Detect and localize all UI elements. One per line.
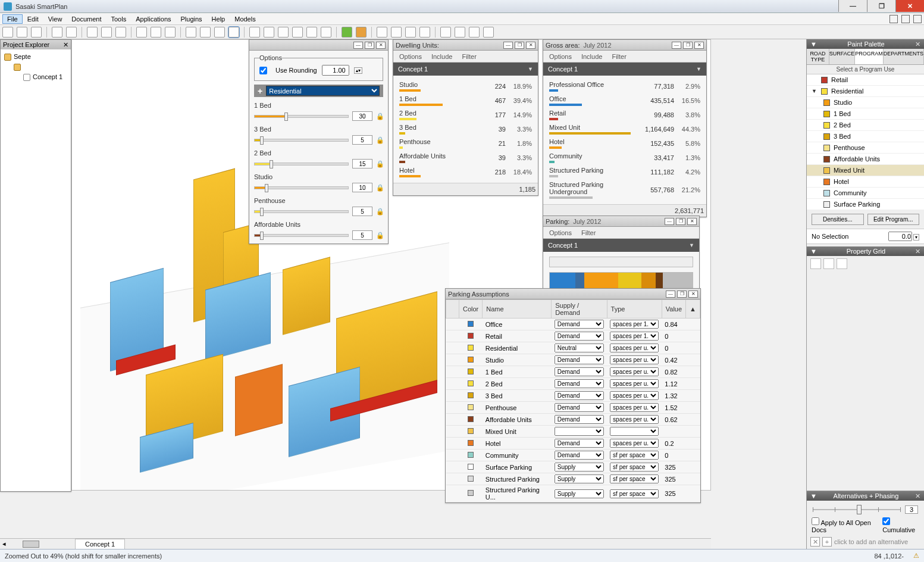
slider-value-input[interactable] — [352, 183, 372, 192]
table-row[interactable]: Surface ParkingSupplysf per space325 — [446, 461, 700, 473]
sd-select[interactable]: Supply — [555, 463, 604, 472]
sd-select[interactable]: Neutral — [555, 344, 604, 352]
panel-close-icon[interactable]: ✕ — [687, 218, 697, 225]
type-select[interactable] — [610, 427, 659, 436]
lock-icon[interactable]: 🔒 — [376, 136, 383, 144]
tool-paste-icon[interactable] — [115, 27, 126, 38]
doc-tab[interactable]: Concept 1 — [75, 539, 125, 549]
tool-rotate-icon[interactable] — [264, 27, 274, 38]
lock-icon[interactable]: 🔒 — [376, 208, 383, 216]
cell-value[interactable]: 0 — [662, 449, 685, 461]
panel-max-icon[interactable]: ❐ — [677, 291, 687, 298]
scroll-left-icon[interactable]: ◂ — [0, 540, 8, 548]
tool-tree-icon[interactable] — [342, 27, 352, 38]
tool-wand-icon[interactable] — [419, 27, 430, 38]
cell-value[interactable]: 0.2 — [662, 438, 685, 449]
slider-track[interactable] — [254, 139, 349, 142]
type-select[interactable]: spaces per u... — [610, 367, 659, 376]
tab-surface[interactable]: SURFACE — [829, 49, 856, 64]
pages-icon[interactable] — [837, 258, 847, 269]
tool-paint-icon[interactable] — [200, 27, 211, 38]
menu-help[interactable]: Help — [207, 14, 230, 24]
type-select[interactable]: spaces per u... — [610, 391, 659, 400]
table-row[interactable]: 1 BedDemandspaces per u...0.82 — [446, 366, 700, 378]
sort-az-icon[interactable] — [823, 258, 834, 269]
collapse-icon[interactable]: ▼ — [528, 66, 533, 72]
panel-max-icon[interactable]: ❐ — [683, 42, 693, 49]
category-select[interactable]: Residential — [266, 86, 380, 96]
palette-item[interactable]: Affordable Units — [807, 154, 924, 165]
tool-zoom-icon[interactable] — [278, 27, 289, 38]
menu-view[interactable]: View — [43, 14, 67, 24]
slider-track[interactable] — [254, 234, 349, 237]
table-row[interactable]: StudioDemandspaces per u...0.42 — [446, 354, 700, 366]
palette-item[interactable]: Community — [807, 188, 924, 199]
sd-select[interactable]: Supply — [555, 489, 604, 498]
tool-select-icon[interactable] — [440, 27, 451, 38]
panel-max-icon[interactable]: ❐ — [515, 42, 524, 49]
panel-min-icon[interactable]: — — [672, 42, 681, 49]
table-row[interactable]: RetailDemandspaces per 1...0 — [446, 330, 700, 342]
tool-layers-icon[interactable] — [136, 27, 147, 38]
collapse-icon[interactable]: ▼ — [696, 66, 701, 72]
type-select[interactable]: sf per space — [610, 474, 659, 483]
sd-select[interactable]: Supply — [555, 474, 604, 483]
slider-track[interactable] — [254, 210, 349, 213]
type-select[interactable]: spaces per u... — [610, 379, 659, 388]
tab-include[interactable]: Include — [581, 53, 602, 60]
table-row[interactable]: Mixed Unit — [446, 426, 700, 438]
palette-item[interactable]: 3 Bed — [807, 131, 924, 142]
tab-departments[interactable]: DEPARTMENTS — [884, 49, 924, 64]
slider-track[interactable] — [254, 163, 349, 166]
slider-track[interactable] — [254, 186, 349, 189]
lock-icon[interactable]: 🔒 — [376, 160, 383, 168]
tool-grid-icon[interactable] — [306, 27, 317, 38]
density-input[interactable] — [888, 232, 912, 241]
sd-select[interactable]: Demand — [555, 379, 604, 388]
tool-3d-icon[interactable] — [214, 27, 225, 38]
tool-copy-icon[interactable] — [101, 27, 112, 38]
panel-min-icon[interactable]: — — [665, 218, 674, 225]
edit-program-button[interactable]: Edit Program... — [867, 214, 920, 225]
sd-select[interactable]: Demand — [555, 355, 604, 364]
tool-map-icon[interactable] — [186, 27, 196, 38]
menu-tools[interactable]: Tools — [107, 14, 131, 24]
cell-value[interactable]: 0.84 — [662, 319, 685, 330]
table-row[interactable]: 3 BedDemandspaces per u...1.32 — [446, 390, 700, 402]
type-select[interactable]: sf per space — [610, 489, 659, 498]
tool-undo-icon[interactable] — [52, 27, 62, 38]
col-color[interactable]: Color — [459, 300, 483, 319]
tab-program[interactable]: PROGRAM — [855, 49, 884, 64]
tool-redo-icon[interactable] — [66, 27, 77, 38]
cell-value[interactable]: 0 — [662, 330, 685, 342]
densities-button[interactable]: Densities... — [812, 214, 864, 225]
palette-item[interactable]: Studio — [807, 97, 924, 108]
sd-select[interactable]: Demand — [555, 451, 604, 460]
phase-input[interactable] — [905, 505, 918, 514]
apply-all-checkbox[interactable]: Apply to All Open Docs — [812, 517, 878, 533]
palette-item[interactable]: Penthouse — [807, 142, 924, 154]
panel-close-icon[interactable]: ✕ — [376, 42, 386, 49]
cell-value[interactable]: 1.32 — [662, 390, 685, 402]
table-row[interactable]: HotelDemandspaces per u...0.2 — [446, 438, 700, 449]
cell-value[interactable]: 325 — [662, 473, 685, 485]
sd-select[interactable]: Demand — [555, 332, 604, 341]
col-name[interactable]: Name — [483, 300, 552, 319]
table-row[interactable]: PenthouseDemandspaces per u...1.52 — [446, 402, 700, 414]
col-sd[interactable]: Supply / Demand — [552, 300, 607, 319]
tool-marker-icon[interactable] — [356, 27, 367, 38]
sd-select[interactable]: Demand — [555, 320, 604, 329]
rounding-input[interactable] — [322, 65, 349, 76]
tab-options[interactable]: Options — [549, 229, 572, 236]
window-maximize[interactable]: ❐ — [867, 0, 895, 12]
panel-close-icon[interactable]: ✕ — [526, 42, 535, 49]
panel-min-icon[interactable]: — — [666, 291, 675, 298]
menu-applications[interactable]: Applications — [131, 14, 176, 24]
menu-edit[interactable]: Edit — [23, 14, 43, 24]
tool-target-icon[interactable] — [469, 27, 480, 38]
col-value[interactable]: Value — [662, 300, 685, 319]
type-select[interactable]: spaces per u... — [610, 439, 659, 448]
tree-root[interactable]: Septe — [14, 53, 31, 60]
slider-track[interactable] — [254, 115, 349, 118]
table-row[interactable]: 2 BedDemandspaces per u...1.12 — [446, 378, 700, 390]
